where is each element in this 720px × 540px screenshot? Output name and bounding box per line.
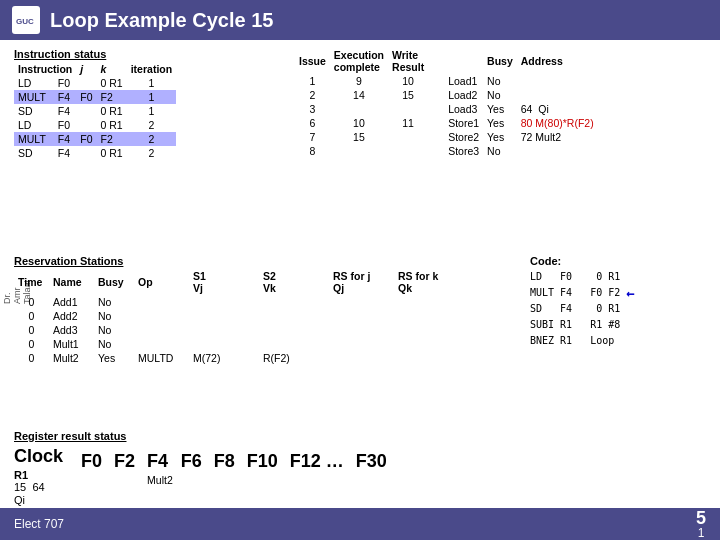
table-row: 0 Add1 No — [14, 295, 459, 309]
col-iteration: iteration — [127, 62, 176, 76]
bottom-bar: Elect 707 5 1 — [0, 508, 720, 540]
instruction-status-section: Instruction status Instruction j k itera… — [14, 48, 176, 160]
reservation-stations-section: Reservation Stations Time Name Busy Op S… — [14, 255, 459, 365]
instr-k: F2 — [97, 90, 127, 104]
page-num-top: 5 — [696, 509, 706, 527]
mult2-value: Mult2 — [143, 473, 177, 487]
f6-header: F6 — [177, 450, 210, 473]
instr-name: SD — [14, 104, 54, 118]
table-row: 8 Store3 No — [295, 144, 598, 158]
table-row: 3 Load3 Yes 64 Qi — [295, 102, 598, 116]
r1-value: 64 — [32, 481, 44, 493]
code-line: SUBI R1 R1 #8 — [530, 317, 635, 333]
table-row: MULT F4 F0 F2 1 — [14, 90, 176, 104]
instruction-status-label: Instruction status — [14, 48, 176, 60]
col-j: j — [76, 62, 96, 76]
code-block: Code: LD F0 0 R1 MULT F4 F0 F2 ← SD F4 0… — [530, 255, 635, 349]
table-row: 0 Add3 No — [14, 323, 459, 337]
table-row: 0 Add2 No — [14, 309, 459, 323]
col-exec-complete: Executioncomplete — [330, 48, 388, 74]
table-row: 0 Mult1 No — [14, 337, 459, 351]
col-busy: Busy — [94, 269, 134, 295]
code-label: Code: — [530, 255, 635, 267]
qi-label: Qi — [14, 494, 63, 506]
col-name: Name — [49, 269, 94, 295]
register-result-label: Register result status — [14, 430, 391, 442]
code-line: MULT F4 F0 F2 ← — [530, 285, 635, 301]
instr-iter: 1 — [127, 104, 176, 118]
table-row: 7 15 Store2 Yes 72 Mult2 — [295, 130, 598, 144]
instr-iter: 1 — [127, 76, 176, 90]
instr-k: 0 R1 — [97, 146, 127, 160]
instr-name: LD — [14, 118, 54, 132]
table-row: 1 9 10 Load1 No — [295, 74, 598, 88]
instr-iter: 2 — [127, 132, 176, 146]
table-row: 2 14 15 Load2 No — [295, 88, 598, 102]
svg-text:GUC: GUC — [16, 17, 34, 26]
reservation-stations-table: Time Name Busy Op S1Vj S2Vk RS for jQj R… — [14, 269, 459, 365]
f8-header: F8 — [210, 450, 243, 473]
code-line: BNEZ R1 Loop — [530, 333, 635, 349]
instr-j — [76, 76, 96, 90]
instr-reg: F4 — [54, 104, 77, 118]
table-row: LD F0 0 R1 1 — [14, 76, 176, 90]
col-op: Op — [134, 269, 189, 295]
clock-block: Clock R1 15 64 Qi — [14, 446, 63, 506]
f10-header: F10 — [243, 450, 286, 473]
col-s1vj: S1Vj — [189, 269, 259, 295]
page-num-bottom: 1 — [698, 527, 705, 539]
clock-label: Clock — [14, 446, 63, 467]
instr-k: F2 — [97, 132, 127, 146]
instr-k: 0 R1 — [97, 118, 127, 132]
r1-label: R1 — [14, 469, 28, 481]
instr-name: MULT — [14, 132, 54, 146]
f30-header: F30 — [352, 450, 391, 473]
logo: GUC — [12, 6, 40, 34]
clock-value: 15 — [14, 481, 26, 493]
table-row: LD F0 0 R1 2 — [14, 118, 176, 132]
instr-iter: 2 — [127, 118, 176, 132]
instruction-status-table: Instruction j k iteration LD F0 0 R1 1 M… — [14, 62, 176, 160]
col-write-result: WriteResult — [388, 48, 428, 74]
bottom-label: Elect 707 — [14, 517, 64, 531]
f0-header: F0 — [77, 450, 110, 473]
instr-name: SD — [14, 146, 54, 160]
main-content: Dr. Amr Talaat Instruction status Instru… — [0, 40, 720, 56]
instr-j — [76, 104, 96, 118]
instr-reg: F0 — [54, 76, 77, 90]
col-fu — [428, 48, 483, 74]
register-result-content: Clock R1 15 64 Qi F0 F2 F4 — [14, 446, 391, 506]
reservation-stations-label: Reservation Stations — [14, 255, 459, 267]
instr-j — [76, 146, 96, 160]
page-title: Loop Example Cycle 15 — [50, 9, 273, 32]
instr-j: F0 — [76, 132, 96, 146]
page-header: GUC Loop Example Cycle 15 — [0, 0, 720, 40]
col-busy: Busy — [483, 48, 517, 74]
clock-values: R1 15 64 — [14, 469, 63, 493]
col-qj: RS for jQj — [329, 269, 394, 295]
instr-iter: 1 — [127, 90, 176, 104]
table-row: SD F4 0 R1 1 — [14, 104, 176, 118]
col-s2vk: S2Vk — [259, 269, 329, 295]
instr-reg: F4 — [54, 90, 77, 104]
instr-name: LD — [14, 76, 54, 90]
col-address: Address — [517, 48, 598, 74]
instr-name: MULT — [14, 90, 54, 104]
page-number-block: 5 1 — [696, 509, 706, 539]
register-result-section: Register result status Clock R1 15 64 Qi… — [14, 430, 391, 506]
table-row: 0 Mult2 Yes MULTD M(72) R(F2) — [14, 351, 459, 365]
col-instruction: Instruction — [14, 62, 76, 76]
f2-header: F2 — [110, 450, 143, 473]
instr-j: F0 — [76, 90, 96, 104]
col-issue: Issue — [295, 48, 330, 74]
col-k: k — [97, 62, 127, 76]
instr-j — [76, 118, 96, 132]
table-row: MULT F4 F0 F2 2 — [14, 132, 176, 146]
code-line: LD F0 0 R1 — [530, 269, 635, 285]
table-row: SD F4 0 R1 2 — [14, 146, 176, 160]
register-table-block: F0 F2 F4 F6 F8 F10 F12 … F30 — [77, 450, 391, 487]
col-time: Time — [14, 269, 49, 295]
f4-header: F4 — [143, 450, 177, 473]
execution-table: Issue Executioncomplete WriteResult Busy… — [295, 48, 598, 158]
table-row: Mult2 — [77, 473, 391, 487]
